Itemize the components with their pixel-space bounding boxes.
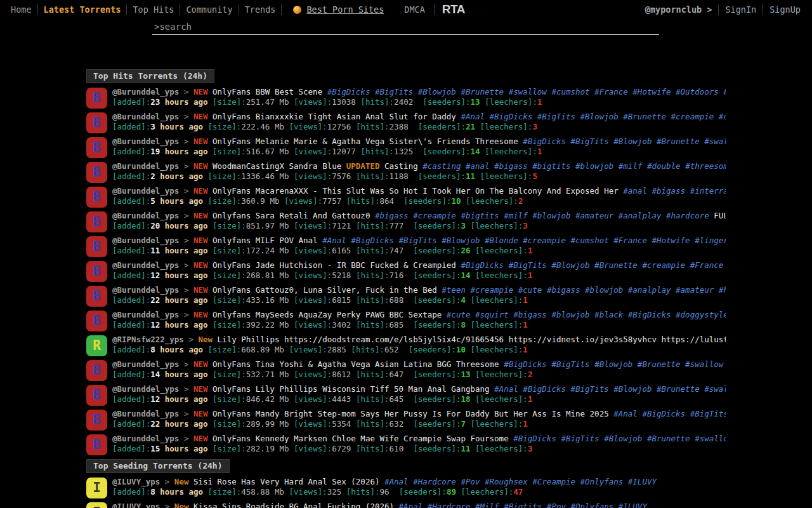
torrent-row[interactable]: B@Burunddel_yps > NEW OnlyFans Jade Hutc…	[86, 259, 726, 284]
nav-item-community[interactable]: Community	[180, 4, 238, 15]
user-avatar[interactable]: B	[86, 434, 107, 455]
torrent-row[interactable]: B@Burunddel_yps > NEW OnlyFans Lily Phil…	[86, 383, 726, 408]
username-link[interactable]: @Burunddel_yps	[112, 161, 179, 171]
username-link[interactable]: @Burunddel_yps	[112, 384, 179, 394]
torrent-title[interactable]: Kissa Sins Roadside BG Anal Fucking (202…	[193, 502, 394, 508]
tag-links[interactable]: #bigass #creampie #bigtits #milf #blowjo…	[375, 211, 709, 220]
added-value: 8	[150, 345, 155, 354]
tag-links[interactable]: #Anal #BigDicks #BigTits #Blowjob #Blond…	[322, 236, 726, 245]
user-avatar[interactable]: B	[86, 187, 107, 208]
torrent-title[interactable]: Sisi Rose Has Very Hard Anal Sex (2026)	[193, 477, 380, 486]
nav-item-latest-torrents[interactable]: Latest Torrents	[38, 4, 127, 15]
torrent-row[interactable]: B@Burunddel_yps > NEW OnlyFans MacarenaX…	[86, 185, 726, 210]
torrent-title[interactable]: OnlyFans Tina Yoshi & Agatha Vega Asian …	[213, 359, 499, 369]
arrow-separator: >	[184, 285, 189, 295]
user-avatar[interactable]: B	[86, 261, 107, 282]
account-handle-link[interactable]: @mypornclub >	[639, 4, 719, 15]
torrent-title[interactable]: Onlyfans MILF POV Anal	[213, 236, 318, 245]
torrent-title[interactable]: FULL…	[714, 211, 726, 220]
username-link[interactable]: @Burunddel_yps	[112, 186, 179, 196]
tag-links[interactable]: #cute #squirt #bigass #blowjob #black #B…	[447, 310, 726, 319]
username-link[interactable]: @Burunddel_yps	[112, 236, 179, 245]
torrent-row[interactable]: I@ILUVY_yps > New Kissa Sins Roadside BG…	[86, 500, 726, 508]
dmca-link[interactable]: DMCA	[390, 4, 434, 15]
torrent-row[interactable]: B@Burunddel_yps > NEW Onlyfans MILF POV …	[86, 234, 726, 259]
username-link[interactable]: @Burunddel_yps	[112, 260, 179, 270]
torrent-row[interactable]: B@Burunddel_yps > NEW OnlyFans Melanie M…	[86, 135, 726, 160]
torrent-row[interactable]: B@Burunddel_yps > NEW Onlyfans MaySeeds …	[86, 309, 726, 333]
torrent-title[interactable]: OnlyFans Kennedy Marksen Chloe Mae Wife …	[213, 434, 509, 443]
torrent-title[interactable]: Onlyfans Sara Retali And Gattouz0	[213, 211, 370, 220]
user-avatar[interactable]: B	[86, 311, 107, 331]
user-avatar[interactable]: B	[86, 410, 107, 431]
user-avatar[interactable]: B	[86, 286, 107, 307]
torrent-title[interactable]: OnlyFans BBW Best Scene	[213, 87, 322, 97]
username-link[interactable]: @Burunddel_yps	[112, 285, 179, 295]
user-avatar[interactable]: I	[86, 502, 107, 508]
username-link[interactable]: @Burunddel_yps	[112, 409, 179, 418]
torrent-title[interactable]: OnlyFans Melanie Marie & Agatha Vega Sis…	[213, 137, 518, 146]
torrent-title[interactable]: OnlyFans MacarenaXXX - This Slut Was So …	[213, 186, 619, 196]
tag-links[interactable]: #Anal #Hardcore #Milf #Bigtits #Pov #Onl…	[399, 502, 647, 508]
tag-links[interactable]: #Anal #BigDicks #BigTits	[613, 409, 726, 418]
username-link[interactable]: @Burunddel_yps	[112, 359, 179, 369]
username-link[interactable]: @ILUVY_yps	[112, 477, 160, 486]
torrent-title[interactable]: WoodmanCastingX Sandra Blue	[213, 161, 341, 171]
tag-links[interactable]: #BigDicks #BigTits #Blowjob #Brunette #s…	[523, 137, 726, 146]
user-avatar[interactable]: I	[86, 478, 107, 498]
username-link[interactable]: @Burunddel_yps	[112, 434, 179, 443]
search-input[interactable]: >search	[152, 20, 659, 35]
torrent-title[interactable]: OnlyFans Lily Phillips Wisconsin Tiff 50…	[213, 384, 490, 394]
user-avatar[interactable]: B	[86, 385, 107, 406]
username-link[interactable]: @RIPNsfw222_yps	[112, 335, 184, 344]
nav-item-home[interactable]: Home	[5, 4, 37, 15]
added-value: 23	[150, 97, 160, 107]
tag-links[interactable]: #BigDicks #BigTits #Blowjob #Brunette #s…	[504, 359, 726, 369]
nav-item-trends[interactable]: Trends	[239, 4, 282, 15]
user-avatar[interactable]: B	[86, 360, 107, 381]
torrent-row[interactable]: B@Burunddel_yps > NEW OnlyFans Gattouz0,…	[86, 284, 726, 309]
user-avatar[interactable]: B	[86, 112, 107, 133]
nav-item-top-hits[interactable]: Top Hits	[127, 4, 180, 15]
user-avatar[interactable]: B	[86, 88, 107, 109]
username-link[interactable]: @Burunddel_yps	[112, 137, 179, 146]
torrent-row[interactable]: B@Burunddel_yps > NEW OnlyFans BBW Best …	[86, 86, 726, 110]
torrent-row[interactable]: B@Burunddel_yps > NEW OnlyFans Mandy Bri…	[86, 408, 726, 432]
torrent-row[interactable]: R@RIPNsfw222_yps > New Lily Phillips htt…	[86, 333, 726, 358]
tag-links[interactable]: #BigDicks #BigTits #Blowjob #Brunette #c…	[461, 260, 726, 270]
torrent-title[interactable]: Lily Phillips https://doodstream.com/e/l…	[218, 335, 726, 344]
user-avatar[interactable]: R	[86, 335, 107, 356]
torrent-row[interactable]: B@Burunddel_yps > NEW OnlyFans Tina Yosh…	[86, 358, 726, 383]
torrent-row[interactable]: B@Burunddel_yps > NEW WoodmanCastingX Sa…	[86, 160, 726, 185]
user-avatar[interactable]: B	[86, 211, 107, 232]
username-link[interactable]: @Burunddel_yps	[112, 211, 179, 220]
torrent-title[interactable]: Casting	[384, 161, 418, 171]
torrent-row[interactable]: B@Burunddel_yps > NEW OnlyFans Kennedy M…	[86, 432, 726, 457]
username-link[interactable]: @ILUVY_yps	[112, 502, 160, 508]
username-link[interactable]: @Burunddel_yps	[112, 112, 179, 121]
user-avatar[interactable]: B	[86, 162, 107, 183]
tag-links[interactable]: #BigDicks #BigTits #Blowjob #Brunette #s…	[327, 87, 726, 97]
signin-link[interactable]: SignIn	[719, 4, 763, 15]
tag-links[interactable]: #casting #anal #bigass #bigtits #blowjob…	[422, 161, 726, 171]
username-link[interactable]: @Burunddel_yps	[112, 87, 179, 97]
torrent-row[interactable]: B@Burunddel_yps > NEW Onlyfans Sara Reta…	[86, 210, 726, 234]
tag-links[interactable]: #BigDicks #BigTits #Blowjob #Brunette #s…	[513, 434, 726, 443]
torrent-title[interactable]: OnlyFans Gattouz0, Luna Silver, Fuck in …	[213, 285, 437, 295]
tag-links[interactable]: #teen #creampie #cute #bigass #blowjob #…	[442, 285, 726, 295]
tag-links[interactable]: #Anal #BigDicks #BigTits #Blowjob #Brune…	[494, 384, 726, 394]
signup-link[interactable]: SignUp	[763, 4, 807, 15]
username-link[interactable]: @Burunddel_yps	[112, 310, 179, 319]
torrent-title[interactable]: OnlyFans Bianxxxkie Tight Asian Anal Slu…	[213, 112, 456, 121]
user-avatar[interactable]: B	[86, 137, 107, 158]
tag-links[interactable]: #Anal #BigDicks #BigTits #Blowjob #Brune…	[461, 112, 726, 121]
torrent-title[interactable]: OnlyFans Mandy Bright Step-mom Says Her …	[213, 409, 609, 418]
torrent-row[interactable]: B@Burunddel_yps > NEW OnlyFans Bianxxxki…	[86, 110, 726, 135]
torrent-title[interactable]: OnlyFans Jade Hutchison - IR BBC Fucked …	[213, 260, 456, 270]
user-avatar[interactable]: B	[86, 236, 107, 257]
tag-links[interactable]: #Anal #Hardcore #Pov #Roughsex #Creampie…	[384, 477, 657, 486]
tag-links[interactable]: #anal #bigass #interrac…	[623, 186, 726, 196]
torrent-title[interactable]: Onlyfans MaySeeds AquaZay Perky PAWG BBC…	[213, 310, 442, 319]
best-porn-sites-link[interactable]: Best Porn Sites	[282, 4, 390, 15]
torrent-row[interactable]: I@ILUVY_yps > New Sisi Rose Has Very Har…	[86, 476, 726, 500]
